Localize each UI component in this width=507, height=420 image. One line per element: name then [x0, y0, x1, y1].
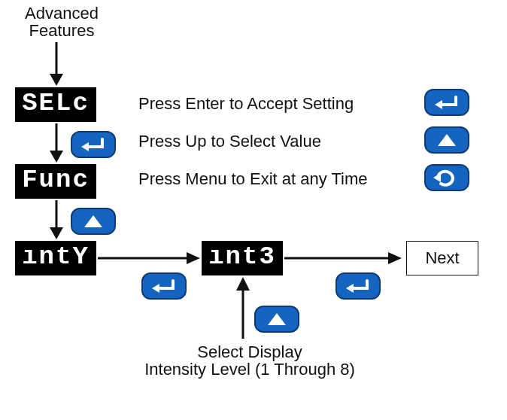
- header-line1: Advanced: [25, 4, 99, 23]
- svg-marker-3: [50, 151, 63, 163]
- enter-icon: [149, 277, 179, 295]
- svg-marker-7: [84, 215, 102, 227]
- svg-marker-10: [152, 284, 159, 293]
- header-advanced-features: Advanced Features: [9, 5, 114, 39]
- enter-icon: [78, 135, 108, 154]
- footer-line1: Select Display: [197, 342, 302, 361]
- svg-marker-4: [81, 142, 89, 151]
- svg-marker-13: [346, 284, 354, 293]
- arrow-inty-to-int3: [96, 248, 202, 268]
- next-label: Next: [425, 248, 459, 268]
- header-line2: Features: [29, 21, 95, 40]
- arrow-footer-to-int3: [232, 275, 254, 340]
- up-icon: [436, 132, 458, 148]
- up-icon: [266, 311, 288, 327]
- lcd-int3: ınt3: [202, 241, 283, 275]
- lcd-selc: SELc: [15, 87, 96, 122]
- step-enter-button-2[interactable]: [141, 272, 187, 300]
- lcd-func: Func: [15, 164, 96, 199]
- svg-marker-1: [50, 74, 63, 86]
- diagram-canvas: Advanced Features SELc Func ıntY: [0, 0, 507, 420]
- arrow-selc-to-func: [45, 122, 68, 164]
- step-up-button-1[interactable]: [71, 208, 116, 235]
- step-up-button-2[interactable]: [254, 306, 299, 333]
- svg-marker-9: [187, 252, 200, 264]
- svg-marker-15: [236, 277, 250, 291]
- legend-enter-button[interactable]: [424, 89, 469, 116]
- enter-icon: [343, 277, 373, 295]
- legend-menu-button[interactable]: [424, 164, 469, 191]
- menu-icon: [430, 168, 463, 187]
- svg-marker-18: [438, 134, 456, 146]
- step-enter-button-3[interactable]: [335, 272, 381, 300]
- svg-marker-17: [435, 100, 442, 109]
- svg-marker-12: [388, 252, 402, 264]
- up-icon: [82, 213, 105, 230]
- footer-line2: Intensity Level (1 Through 8): [144, 360, 355, 379]
- arrow-header-to-selc: [45, 41, 68, 87]
- svg-marker-19: [433, 173, 441, 182]
- enter-icon: [432, 93, 462, 111]
- legend-up-button[interactable]: [424, 126, 469, 154]
- svg-marker-6: [50, 227, 63, 239]
- footer-select-display: Select Display Intensity Level (1 Throug…: [129, 343, 370, 378]
- legend-up: Press Up to Select Value: [138, 132, 387, 150]
- arrow-func-to-inty: [45, 199, 68, 241]
- svg-marker-16: [268, 313, 286, 325]
- lcd-inty: ıntY: [15, 241, 96, 275]
- next-box[interactable]: Next: [406, 241, 478, 275]
- legend-menu: Press Menu to Exit at any Time: [138, 170, 409, 187]
- step-enter-button-1[interactable]: [71, 131, 116, 158]
- arrow-int3-to-next: [283, 248, 403, 268]
- legend-enter: Press Enter to Accept Setting: [138, 95, 387, 112]
